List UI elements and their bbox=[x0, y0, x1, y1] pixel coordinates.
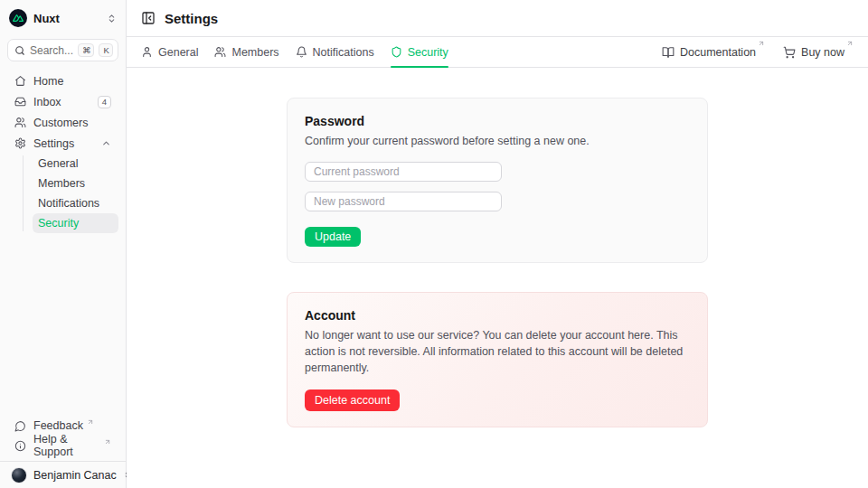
tabbar: General Members Notifications bbox=[127, 37, 868, 68]
sidebar-item-label: General bbox=[38, 157, 78, 170]
users-icon bbox=[14, 117, 26, 128]
sidebar-footer-links: Feedback Help & Support bbox=[0, 416, 126, 461]
help-support-link[interactable]: Help & Support bbox=[7, 436, 118, 455]
sidebar-item-settings[interactable]: Settings bbox=[7, 133, 118, 154]
tab-notifications[interactable]: Notifications bbox=[296, 37, 374, 67]
shield-icon bbox=[391, 46, 402, 58]
kbd-meta: ⌘ bbox=[78, 43, 94, 57]
home-icon bbox=[14, 75, 26, 87]
settings-security-content: Password Confirm your current password b… bbox=[127, 68, 868, 488]
external-link-icon bbox=[846, 40, 854, 47]
tab-label: Members bbox=[231, 46, 278, 59]
user-menu[interactable]: Benjamin Canac bbox=[0, 461, 126, 488]
update-password-button[interactable]: Update bbox=[305, 227, 361, 247]
user-icon bbox=[141, 46, 153, 58]
info-circle-icon bbox=[14, 440, 26, 452]
chat-bubble-icon bbox=[14, 420, 26, 432]
users-icon bbox=[214, 46, 226, 58]
search-icon bbox=[14, 45, 25, 56]
account-card-title: Account bbox=[305, 308, 690, 323]
sidebar-item-label: Members bbox=[38, 177, 85, 190]
account-card-description: No longer want to use our service? You c… bbox=[305, 327, 690, 376]
app-window: Nuxt Search... ⌘ K Home bbox=[0, 0, 868, 488]
gear-icon bbox=[14, 137, 26, 149]
toolbar-link-label: Documentation bbox=[680, 46, 756, 59]
buy-now-link[interactable]: Buy now bbox=[783, 37, 854, 67]
tab-security[interactable]: Security bbox=[391, 37, 448, 67]
footer-link-label: Feedback bbox=[33, 419, 83, 432]
delete-account-button[interactable]: Delete account bbox=[305, 389, 400, 411]
sidebar-item-customers[interactable]: Customers bbox=[7, 112, 118, 133]
sidebar-item-label: Customers bbox=[33, 117, 111, 129]
footer-link-label: Help & Support bbox=[33, 433, 100, 458]
shopping-cart-icon bbox=[783, 46, 796, 59]
sidebar-item-notifications[interactable]: Notifications bbox=[33, 193, 118, 213]
inbox-count-badge: 4 bbox=[98, 96, 111, 108]
team-switcher[interactable]: Nuxt bbox=[0, 0, 126, 34]
page-title: Settings bbox=[165, 11, 218, 26]
page-header: Settings bbox=[127, 0, 868, 37]
settings-submenu: General Members Notifications Security bbox=[23, 154, 118, 233]
sidebar-item-label: Inbox bbox=[33, 96, 90, 108]
search-placeholder: Search... bbox=[30, 44, 73, 57]
book-open-icon bbox=[662, 46, 675, 59]
tab-general[interactable]: General bbox=[141, 37, 198, 67]
external-link-icon bbox=[87, 418, 94, 426]
sidebar-item-security[interactable]: Security bbox=[33, 213, 118, 233]
sidebar-item-label: Security bbox=[38, 217, 79, 230]
collapse-sidebar-icon[interactable] bbox=[141, 11, 156, 25]
tabs: General Members Notifications bbox=[141, 37, 448, 67]
tab-label: Security bbox=[408, 46, 448, 59]
tabbar-actions: Documentation Buy now bbox=[662, 37, 854, 67]
new-password-field[interactable] bbox=[305, 192, 502, 211]
search-input[interactable]: Search... ⌘ K bbox=[7, 39, 118, 61]
sidebar-spacer bbox=[0, 233, 126, 416]
sidebar-item-label: Settings bbox=[33, 137, 94, 150]
tab-members[interactable]: Members bbox=[214, 37, 278, 67]
sidebar-menu: Home Inbox 4 Customers Settings bbox=[0, 70, 126, 233]
bell-icon bbox=[296, 46, 307, 58]
kbd-k: K bbox=[99, 43, 113, 57]
main-panel: Settings General Members bbox=[127, 0, 868, 488]
account-card: Account No longer want to use our servic… bbox=[287, 292, 708, 427]
sidebar-item-label: Home bbox=[33, 75, 111, 88]
sidebar-item-home[interactable]: Home bbox=[7, 70, 118, 91]
user-name: Benjamin Canac bbox=[33, 469, 117, 482]
avatar bbox=[11, 467, 27, 483]
team-name: Nuxt bbox=[33, 12, 100, 25]
toolbar-link-label: Buy now bbox=[801, 46, 844, 59]
documentation-link[interactable]: Documentation bbox=[662, 37, 765, 67]
tab-label: General bbox=[158, 46, 198, 59]
sidebar-item-general[interactable]: General bbox=[33, 154, 118, 174]
password-card: Password Confirm your current password b… bbox=[287, 98, 708, 263]
nuxt-logo-icon bbox=[9, 9, 27, 27]
tab-label: Notifications bbox=[313, 46, 374, 59]
current-password-field[interactable] bbox=[305, 162, 502, 182]
sidebar-item-label: Notifications bbox=[38, 197, 99, 210]
password-card-description: Confirm your current password before set… bbox=[305, 133, 690, 149]
inbox-icon bbox=[14, 96, 26, 108]
sidebar: Nuxt Search... ⌘ K Home bbox=[0, 0, 127, 488]
chevron-up-icon bbox=[101, 138, 111, 148]
password-card-title: Password bbox=[305, 114, 690, 128]
chevrons-up-down-icon bbox=[107, 14, 117, 23]
external-link-icon bbox=[758, 40, 765, 47]
sidebar-item-members[interactable]: Members bbox=[33, 174, 118, 193]
external-link-icon bbox=[104, 438, 111, 446]
sidebar-item-inbox[interactable]: Inbox 4 bbox=[7, 91, 118, 112]
